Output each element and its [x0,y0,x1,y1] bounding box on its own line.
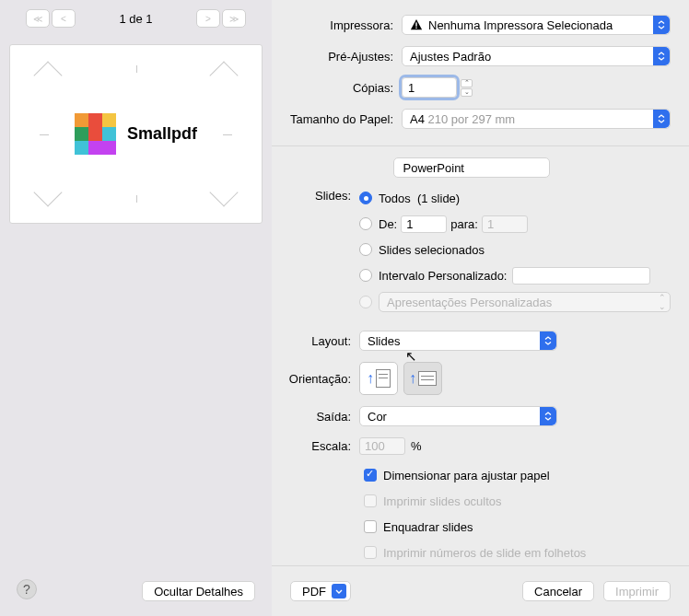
svg-rect-1 [415,28,416,29]
slides-selected-radio[interactable] [359,243,372,256]
print-button[interactable]: Imprimir [603,581,671,601]
paper-name: A4 [410,112,425,126]
print-hidden-checkbox [364,494,377,507]
presets-label: Pré-Ajustes: [272,50,402,64]
pager-bar: ≪ < 1 de 1 > ≫ [0,0,272,37]
last-page-button[interactable]: ≫ [222,9,246,28]
paper-size-label: Tamanho do Papel: [272,112,402,126]
orientation-landscape-button[interactable]: ↑ [403,362,442,395]
app-options-select[interactable]: PowerPoint [393,157,550,178]
select-caret-icon: ⌃⌄ [659,293,666,311]
cancel-button[interactable]: Cancelar [522,581,594,601]
printer-label: Impressora: [272,18,402,32]
scale-input: 100 [359,437,405,455]
layout-label: Layout: [272,334,359,348]
print-numbers-checkbox [364,546,377,559]
copies-stepper[interactable]: ⌃⌄ [461,77,473,98]
up-arrow-icon: ↑ [367,370,374,387]
chevron-down-icon [332,584,346,599]
orientation-portrait-button[interactable]: ↑ [359,362,398,395]
pdf-menu-button[interactable]: PDF [290,581,351,601]
from-input[interactable]: 1 [401,215,447,233]
warning-icon [410,18,423,31]
portrait-page-icon [376,369,391,388]
landscape-page-icon [418,371,437,386]
frame-slides-checkbox[interactable] [364,520,377,533]
output-select[interactable]: Cor [359,406,557,426]
paper-dimensions: 210 por 297 mm [428,112,516,126]
smallpdf-logo-icon [75,113,116,155]
svg-rect-0 [415,22,416,26]
orientation-label: Orientação: [272,372,359,386]
copies-label: Cópias: [272,81,402,95]
select-caret-icon [653,16,670,34]
scale-label: Escala: [272,439,359,453]
copies-input[interactable]: 1 [402,77,457,98]
next-page-button[interactable]: > [196,9,220,28]
select-caret-icon [653,110,670,128]
slides-all-radio[interactable] [359,192,372,204]
custom-shows-select: Apresentações Personalizadas ⌃⌄ [379,292,671,312]
print-preview: Smallpdf [9,44,263,224]
presets-value: Ajustes Padrão [410,50,491,64]
printer-select[interactable]: Nenhuma Impressora Selecionada [402,15,671,35]
up-arrow-icon: ↑ [409,370,416,387]
paper-size-select[interactable]: A4 210 por 297 mm [402,109,671,129]
slides-custom-range-radio[interactable] [359,269,372,282]
help-button[interactable]: ? [17,579,37,599]
slides-label: Slides: [272,189,359,203]
fit-paper-checkbox[interactable] [364,469,377,482]
hide-details-button[interactable]: Ocultar Detalhes [142,581,255,601]
slides-custom-shows-radio [359,296,372,308]
page-indicator: 1 de 1 [119,12,152,26]
select-caret-icon [653,47,670,65]
printer-value: Nenhuma Impressora Selecionada [428,18,613,32]
select-caret-icon [540,331,556,350]
first-page-button[interactable]: ≪ [26,9,50,28]
layout-select[interactable]: Slides [359,331,557,351]
to-input[interactable]: 1 [482,215,528,233]
brand-name: Smallpdf [127,124,197,144]
presets-select[interactable]: Ajustes Padrão [402,46,671,66]
slides-range-radio[interactable] [359,217,372,230]
prev-page-button[interactable]: < [52,9,76,28]
custom-range-input[interactable] [512,267,650,285]
select-caret-icon [540,407,556,425]
output-label: Saída: [272,410,359,424]
